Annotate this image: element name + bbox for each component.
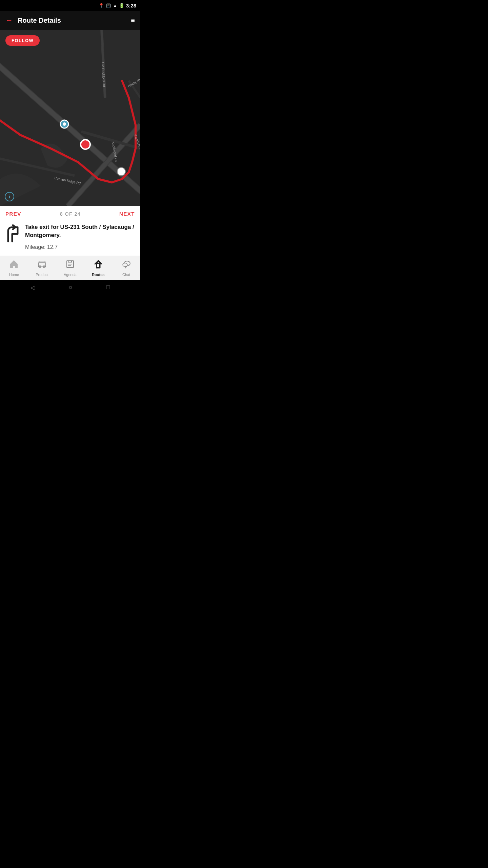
- direction-section: Take exit for US-231 South / Sylacauga /…: [0, 219, 140, 256]
- next-button[interactable]: NEXT: [119, 211, 135, 217]
- agenda-label: Agenda: [64, 273, 77, 277]
- vibrate-icon: 📳: [106, 3, 111, 8]
- location-icon: 📍: [99, 3, 104, 8]
- product-icon: [37, 259, 47, 271]
- home-label: Home: [9, 273, 19, 277]
- info-button[interactable]: i: [5, 192, 14, 201]
- nav-item-home[interactable]: Home: [0, 259, 28, 277]
- status-bar: 📍 📳 ▲ 🔋 3:28: [0, 0, 140, 11]
- routes-label: Routes: [92, 273, 104, 277]
- mileage-info: Mileage: 12.7: [25, 244, 135, 250]
- home-icon: [9, 259, 19, 271]
- battery-icon: 🔋: [119, 3, 124, 8]
- header: ← Route Details ≡: [0, 11, 140, 30]
- android-nav: ◁ ○ □: [0, 280, 140, 295]
- mileage-label: Mileage:: [25, 244, 45, 250]
- android-home[interactable]: ○: [69, 284, 73, 291]
- mileage-value: 12.7: [47, 244, 58, 250]
- follow-button[interactable]: FOLLOW: [5, 35, 40, 46]
- chat-label: Chat: [122, 273, 130, 277]
- map-container: Old Rockford Rd Rocky Ridge Rd Rockford …: [0, 30, 140, 206]
- nav-item-product[interactable]: Product: [28, 259, 56, 277]
- direction-content: Take exit for US-231 South / Sylacauga /…: [25, 223, 135, 250]
- svg-point-14: [117, 167, 125, 176]
- agenda-icon: [65, 259, 75, 271]
- routes-icon: ▲: [94, 259, 103, 271]
- product-label: Product: [36, 273, 48, 277]
- svg-point-31: [123, 263, 127, 267]
- step-counter: 8 OF 24: [60, 211, 81, 217]
- bottom-nav: Home Product Agenda: [0, 256, 140, 280]
- map-canvas: Old Rockford Rd Rocky Ridge Rd Rockford …: [0, 30, 140, 206]
- svg-text:▲: ▲: [97, 261, 99, 263]
- svg-point-11: [63, 122, 66, 126]
- chat-icon: [122, 259, 131, 271]
- back-button[interactable]: ←: [5, 16, 13, 25]
- signal-icon: ▲: [113, 3, 117, 8]
- menu-button[interactable]: ≡: [131, 17, 135, 24]
- navigation-controls: PREV 8 OF 24 NEXT: [0, 206, 140, 219]
- direction-text: Take exit for US-231 South / Sylacauga /…: [25, 223, 135, 239]
- nav-item-chat[interactable]: Chat: [112, 259, 140, 277]
- android-recent[interactable]: □: [106, 284, 110, 291]
- prev-button[interactable]: PREV: [5, 211, 21, 217]
- svg-point-13: [83, 142, 87, 146]
- android-back[interactable]: ◁: [30, 284, 35, 291]
- nav-item-agenda[interactable]: Agenda: [56, 259, 84, 277]
- turn-icon: [5, 224, 20, 246]
- status-time: 3:28: [126, 3, 136, 8]
- nav-item-routes[interactable]: ▲ Routes: [84, 259, 112, 277]
- page-title: Route Details: [18, 17, 131, 24]
- status-icons: 📍 📳 ▲ 🔋 3:28: [99, 3, 136, 8]
